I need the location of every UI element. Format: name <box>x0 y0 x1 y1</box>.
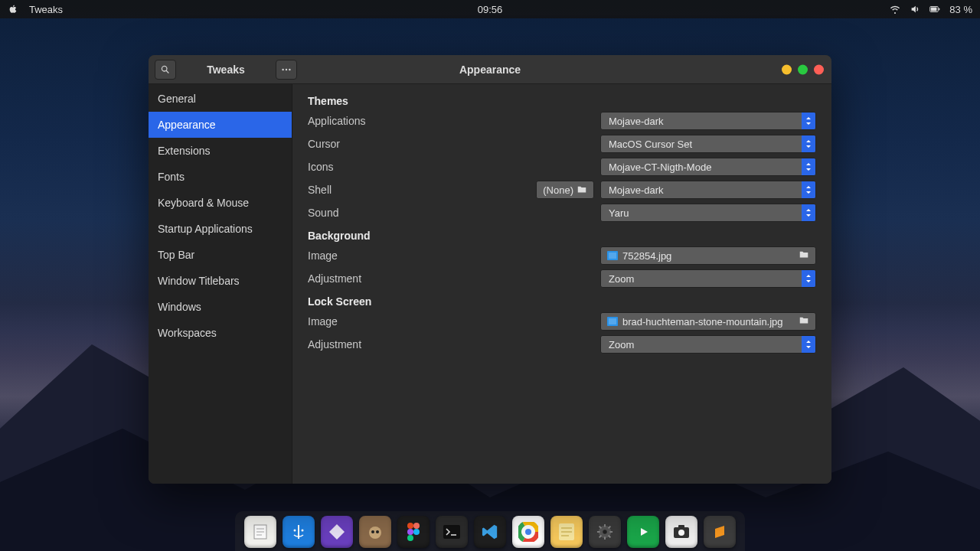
section-background-heading: Background <box>308 230 816 242</box>
svg-point-14 <box>371 530 374 533</box>
svg-point-34 <box>603 530 607 534</box>
notepad-icon <box>251 523 270 541</box>
battery-icon[interactable] <box>929 4 940 15</box>
label-ls-adjustment: Adjustment <box>308 338 600 350</box>
sidebar-item-appearance[interactable]: Appearance <box>149 112 292 138</box>
dock-app-notes[interactable] <box>550 516 583 548</box>
gimp-icon <box>367 523 384 540</box>
sidebar-item-windows[interactable]: Windows <box>149 294 292 320</box>
combo-ls-adjustment[interactable]: Zoom <box>600 335 816 354</box>
label-ls-image: Image <box>308 315 600 328</box>
sidebar-item-keyboard-mouse[interactable]: Keyboard & Mouse <box>149 190 292 216</box>
hamburger-menu-button[interactable] <box>276 60 297 80</box>
label-bg-image: Image <box>308 249 600 262</box>
folder-icon <box>799 249 809 262</box>
window-controls <box>782 64 824 74</box>
dock-app-screenshot[interactable] <box>665 516 697 548</box>
svg-point-19 <box>413 529 420 535</box>
label-icons: Icons <box>308 161 600 173</box>
window-title-left: Tweaks <box>181 64 271 76</box>
dock-app-media[interactable] <box>627 516 659 548</box>
image-thumb-icon <box>607 251 618 260</box>
volume-icon[interactable] <box>910 4 920 15</box>
sidebar-item-top-bar[interactable]: Top Bar <box>149 242 292 268</box>
sidebar-item-workspaces[interactable]: Workspaces <box>149 320 292 346</box>
combo-cursor[interactable]: MacOS Cursor Set <box>600 135 816 153</box>
chrome-icon <box>518 522 538 542</box>
svg-line-39 <box>599 527 602 529</box>
svg-rect-2 <box>931 8 937 11</box>
menubar-clock[interactable]: 09:56 <box>478 4 503 15</box>
window-maximize-button[interactable] <box>798 64 808 74</box>
svg-point-15 <box>376 530 379 533</box>
row-bg-image: Image 752854.jpg <box>308 245 816 266</box>
row-icons: Icons Mojave-CT-Nigth-Mode <box>308 156 816 178</box>
chevron-updown-icon <box>802 135 815 152</box>
svg-point-20 <box>407 535 413 541</box>
tweaks-window: Tweaks Appearance GeneralAppearanceExten… <box>149 55 831 484</box>
dock-app-terminal[interactable] <box>436 516 468 548</box>
window-close-button[interactable] <box>814 64 824 74</box>
image-thumb-icon <box>607 317 618 326</box>
combo-sound[interactable]: Yaru <box>600 204 816 222</box>
sidebar-item-fonts[interactable]: Fonts <box>149 164 292 190</box>
sidebar-item-startup-applications[interactable]: Startup Applications <box>149 216 292 242</box>
row-ls-adjustment: Adjustment Zoom <box>308 334 816 355</box>
vscode-icon <box>482 523 498 540</box>
dock-app-settings[interactable] <box>589 516 621 548</box>
file-ls-image[interactable]: brad-huchteman-stone-mountain.jpg <box>600 312 816 331</box>
dock-app-inkscape[interactable] <box>321 516 353 548</box>
sidebar-item-window-titlebars[interactable]: Window Titlebars <box>149 268 292 294</box>
combo-icons[interactable]: Mojave-CT-Nigth-Mode <box>600 158 816 176</box>
figma-icon <box>406 523 421 541</box>
window-titlebar[interactable]: Tweaks Appearance <box>149 55 831 84</box>
row-cursor: Cursor MacOS Cursor Set <box>308 133 816 155</box>
search-button[interactable] <box>155 60 176 80</box>
battery-percent: 83 % <box>949 4 972 15</box>
svg-rect-1 <box>939 8 939 11</box>
dock-app-files[interactable] <box>283 516 315 548</box>
menubar-app-name[interactable]: Tweaks <box>29 4 63 15</box>
shell-browse-button[interactable]: (None) <box>536 181 594 199</box>
apple-menu-icon[interactable] <box>8 4 18 15</box>
finder-icon <box>289 523 308 541</box>
chevron-updown-icon <box>802 336 815 353</box>
row-bg-adjustment: Adjustment Zoom <box>308 268 816 289</box>
row-sound: Sound Yaru <box>308 202 816 223</box>
window-minimize-button[interactable] <box>782 64 792 74</box>
svg-line-40 <box>609 536 611 538</box>
combo-bg-adjustment[interactable]: Zoom <box>600 269 816 288</box>
sidebar: GeneralAppearanceExtensionsFontsKeyboard… <box>149 84 292 484</box>
sidebar-item-general[interactable]: General <box>149 86 292 112</box>
dock-app-gimp[interactable] <box>359 516 391 548</box>
dock-app-chrome[interactable] <box>512 516 544 548</box>
svg-point-11 <box>294 530 296 532</box>
wifi-icon[interactable] <box>890 4 900 15</box>
svg-line-41 <box>599 536 602 538</box>
section-themes-heading: Themes <box>308 95 816 107</box>
file-bg-image[interactable]: 752854.jpg <box>600 246 816 265</box>
label-shell: Shell <box>308 184 536 196</box>
sublime-icon <box>712 524 727 540</box>
svg-rect-46 <box>678 525 684 528</box>
dock-app-sublime[interactable] <box>704 516 736 548</box>
dock-app-figma[interactable] <box>397 516 430 548</box>
content-pane: Themes Applications Mojave-dark Cursor M… <box>292 84 831 484</box>
folder-icon <box>799 315 809 328</box>
row-shell: Shell (None) Mojave-dark <box>308 179 816 201</box>
svg-line-42 <box>609 527 611 529</box>
sidebar-item-extensions[interactable]: Extensions <box>149 138 292 164</box>
combo-shell[interactable]: Mojave-dark <box>600 181 816 199</box>
label-applications: Applications <box>308 115 600 127</box>
combo-applications[interactable]: Mojave-dark <box>600 112 816 130</box>
window-title-center: Appearance <box>459 64 521 76</box>
system-menubar: Tweaks 09:56 83 % <box>0 0 980 18</box>
dock-app-textedit[interactable] <box>244 516 276 548</box>
svg-point-17 <box>413 523 420 529</box>
svg-rect-21 <box>443 525 460 539</box>
row-applications: Applications Mojave-dark <box>308 110 816 132</box>
svg-point-5 <box>289 68 290 70</box>
chevron-updown-icon <box>802 204 815 221</box>
svg-point-18 <box>407 529 413 535</box>
dock-app-vscode[interactable] <box>474 516 506 548</box>
